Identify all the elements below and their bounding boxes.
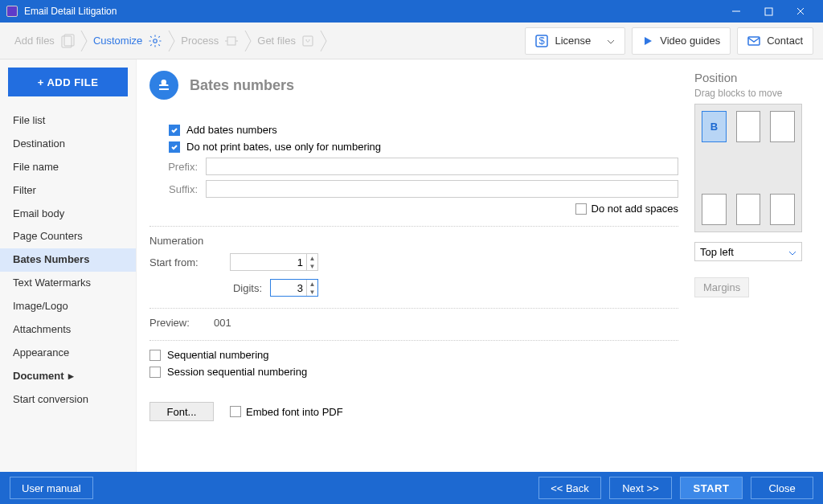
breadcrumb-separator: [80, 29, 88, 53]
footer: User manual << Back Next >> START Close: [0, 472, 823, 504]
preview-label: Preview:: [149, 317, 206, 329]
divider: [149, 308, 678, 309]
crumb-label: Add files: [14, 35, 55, 47]
checkbox-no-spaces[interactable]: [575, 203, 587, 215]
digits-spinner[interactable]: 3 ▲▼: [270, 279, 318, 297]
user-manual-button[interactable]: User manual: [10, 477, 93, 499]
crumb-process[interactable]: Process: [176, 27, 244, 55]
spinner-down[interactable]: ▼: [307, 288, 317, 296]
nav-document[interactable]: Document ▸: [0, 365, 136, 388]
checkbox-sequential[interactable]: [149, 350, 161, 361]
row-prefix: Prefix:: [149, 158, 678, 175]
pos-mid-right: [770, 152, 795, 183]
position-title: Position: [694, 71, 807, 84]
pos-top-left[interactable]: B: [702, 111, 727, 142]
row-session-sequential: Session sequential numbering: [149, 366, 678, 378]
pos-bottom-center[interactable]: [736, 194, 761, 225]
row-no-spaces: Do not add spaces: [149, 203, 678, 215]
nav-destination[interactable]: Destination: [0, 133, 136, 156]
spinner-up[interactable]: ▲: [307, 280, 317, 288]
license-button[interactable]: $License: [525, 27, 625, 55]
svg-rect-13: [748, 37, 760, 45]
svg-text:$: $: [539, 35, 546, 47]
app-icon: [6, 6, 18, 17]
position-select[interactable]: Top left: [694, 242, 802, 261]
main: Bates numbers Add bates numbers Do not p…: [137, 59, 823, 472]
back-button[interactable]: << Back: [538, 477, 601, 499]
button-label: Contact: [767, 35, 803, 47]
suffix-label: Suffix:: [149, 183, 198, 195]
minimize-button[interactable]: [720, 0, 752, 23]
checkbox-embed-font[interactable]: [230, 406, 241, 417]
nav-start-conversion[interactable]: Start conversion: [0, 388, 136, 412]
chevron-down-icon: [607, 35, 615, 47]
row-preview: Preview: 001: [149, 317, 678, 329]
checkbox-label: Add bates numbers: [186, 124, 277, 136]
prefix-input[interactable]: [206, 158, 678, 175]
breadcrumb-separator: [320, 29, 328, 53]
start-from-label: Start from:: [149, 256, 230, 268]
pos-top-right[interactable]: [770, 111, 795, 142]
margins-button[interactable]: Margins: [694, 277, 749, 297]
checkbox-add-bates[interactable]: [169, 125, 180, 136]
nav-attachments[interactable]: Attachments: [0, 318, 136, 342]
select-value: Top left: [700, 246, 734, 258]
pos-bottom-right[interactable]: [770, 194, 795, 225]
checkbox-session-sequential[interactable]: [149, 367, 161, 378]
files-icon: [59, 34, 76, 48]
spinner-up[interactable]: ▲: [307, 254, 317, 262]
nav-file-name[interactable]: File name: [0, 156, 136, 179]
nav-filter[interactable]: Filter: [0, 179, 136, 203]
stamp-icon: [149, 71, 178, 100]
chevron-down-icon: [788, 246, 796, 258]
maximize-button[interactable]: [752, 0, 784, 23]
nav-file-list[interactable]: File list: [0, 109, 136, 133]
sidebar-nav: File list Destination File name Filter E…: [0, 104, 136, 412]
nav-appearance[interactable]: Appearance: [0, 342, 136, 365]
toolbar: Add files Customize Process Get files $L…: [0, 23, 823, 59]
gear-icon: [147, 34, 163, 48]
divider: [149, 226, 678, 227]
svg-point-6: [154, 39, 158, 43]
checkbox-label: Sequential numbering: [167, 349, 268, 361]
start-from-spinner[interactable]: 1 ▲▼: [230, 253, 318, 271]
pos-bottom-left[interactable]: [702, 194, 727, 225]
position-grid[interactable]: B: [694, 104, 802, 232]
chevron-right-icon: ▸: [66, 370, 75, 382]
video-guides-button[interactable]: Video guides: [632, 27, 731, 55]
nav-email-body[interactable]: Email body: [0, 203, 136, 226]
nav-bates-numbers[interactable]: Bates Numbers: [0, 248, 136, 272]
contact-button[interactable]: Contact: [737, 27, 813, 55]
add-file-button[interactable]: + ADD FILE: [8, 68, 128, 96]
crumb-customize[interactable]: Customize: [88, 27, 168, 55]
next-button[interactable]: Next >>: [609, 477, 672, 499]
row-font: Font... Embed font into PDF: [149, 402, 678, 421]
body: + ADD FILE File list Destination File na…: [0, 59, 823, 472]
svg-rect-7: [227, 37, 235, 45]
nav-image-logo[interactable]: Image/Logo: [0, 295, 136, 318]
start-button[interactable]: START: [680, 477, 743, 499]
row-sequential: Sequential numbering: [149, 349, 678, 361]
close-button[interactable]: [784, 0, 817, 23]
row-no-print: Do not print bates, use only for numberi…: [169, 141, 678, 153]
form-column: Bates numbers Add bates numbers Do not p…: [149, 71, 678, 472]
close-footer-button[interactable]: Close: [751, 477, 813, 499]
font-button[interactable]: Font...: [149, 402, 214, 421]
nav-page-counters[interactable]: Page Counters: [0, 225, 136, 248]
process-icon: [223, 35, 240, 47]
suffix-input[interactable]: [206, 180, 678, 198]
pos-mid-left: [702, 152, 727, 183]
nav-text-watermarks[interactable]: Text Watermarks: [0, 272, 136, 295]
window-controls: [720, 0, 817, 23]
preview-value: 001: [214, 317, 231, 329]
prefix-label: Prefix:: [149, 161, 198, 173]
page-header: Bates numbers: [149, 71, 678, 100]
crumb-add-files[interactable]: Add files: [10, 27, 80, 55]
position-panel: Position Drag blocks to move B Top left …: [694, 71, 807, 472]
titlebar: Email Detail Litigation: [0, 0, 823, 23]
crumb-get-files[interactable]: Get files: [252, 27, 320, 55]
spinner-down[interactable]: ▼: [307, 262, 317, 270]
pos-top-center[interactable]: [736, 111, 761, 142]
spinner-value: 1: [231, 256, 306, 268]
checkbox-no-print[interactable]: [169, 141, 180, 153]
